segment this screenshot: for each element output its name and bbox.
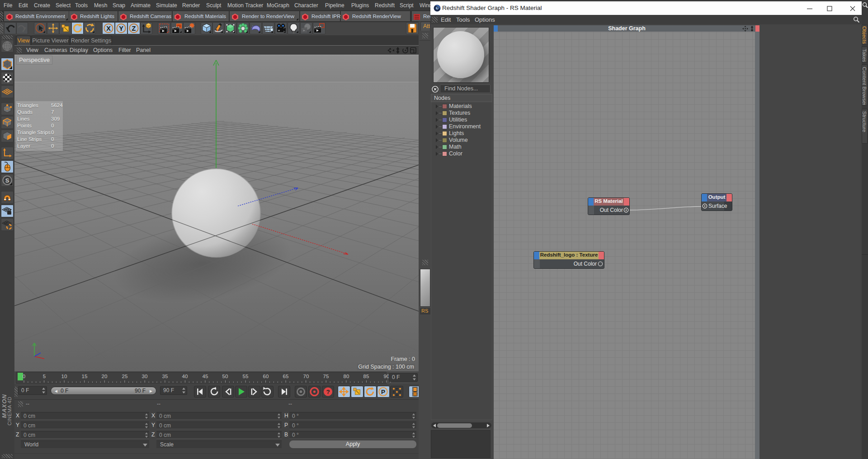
svg-text:35: 35 bbox=[162, 374, 168, 379]
svg-text:55: 55 bbox=[243, 374, 249, 379]
svg-text:30: 30 bbox=[142, 374, 148, 379]
svg-text:Z: Z bbox=[132, 25, 136, 32]
svg-text:15: 15 bbox=[82, 374, 88, 379]
svg-text:85: 85 bbox=[363, 374, 369, 379]
svg-text:70: 70 bbox=[303, 374, 309, 379]
svg-text:Y: Y bbox=[119, 25, 123, 32]
svg-text:75: 75 bbox=[323, 374, 329, 379]
svg-text:50: 50 bbox=[222, 374, 228, 379]
svg-text:80: 80 bbox=[344, 374, 349, 379]
svg-text:40: 40 bbox=[182, 374, 188, 379]
svg-text:S: S bbox=[5, 177, 9, 184]
svg-text:25: 25 bbox=[122, 374, 128, 379]
svg-text:60: 60 bbox=[263, 374, 269, 379]
svg-text:0: 0 bbox=[23, 374, 25, 379]
svg-text:5: 5 bbox=[43, 374, 46, 379]
svg-text:65: 65 bbox=[283, 374, 289, 379]
svg-text:P: P bbox=[381, 389, 385, 395]
svg-text:45: 45 bbox=[203, 374, 208, 379]
svg-text:10: 10 bbox=[61, 374, 67, 379]
svg-text:X: X bbox=[106, 25, 111, 32]
svg-text:?: ? bbox=[326, 389, 330, 395]
svg-text:20: 20 bbox=[102, 374, 108, 379]
